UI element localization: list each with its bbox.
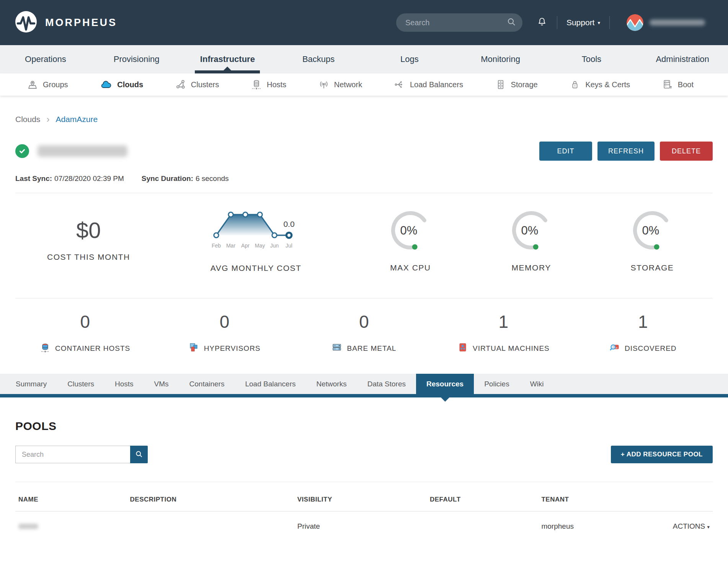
pool-name-redacted [18,524,38,529]
spark-month-label: Apr [241,243,250,249]
table-row[interactable]: Private morpheus ACTIONS ▾ [15,511,713,542]
nav-monitoring[interactable]: Monitoring [455,45,546,73]
nav-logs[interactable]: Logs [364,45,455,73]
subnav-load-balancers[interactable]: Load Balancers [394,79,463,90]
search-icon[interactable] [507,17,516,28]
pools-toolbar: + ADD RESOURCE POOL [15,446,713,463]
hypervisors-value: 0 [220,311,230,332]
spark-month-label: Mar [226,243,235,249]
tab-clusters[interactable]: Clusters [57,374,104,394]
pools-search-input[interactable] [15,446,130,463]
tab-resources[interactable]: Resources [416,374,474,394]
nav-administration[interactable]: Administration [637,45,728,73]
nav-tools[interactable]: Tools [546,45,637,73]
pool-default [427,511,539,542]
subnav-label: Keys & Certs [585,80,630,89]
column-header-actions [643,486,713,511]
storage-value: 0% [642,224,659,237]
boot-icon [662,79,673,90]
notifications-bell-icon[interactable] [536,16,548,29]
column-header-tenant[interactable]: TENANT [538,486,643,511]
clusters-icon [175,79,186,90]
column-header-visibility[interactable]: VISIBILITY [294,486,427,511]
load-balancers-icon [394,79,405,90]
breadcrumb-current[interactable]: AdamAzure [55,115,98,124]
support-menu[interactable]: Support ▾ [566,18,600,27]
main-nav: Operations Provisioning Infrastructure B… [0,45,728,73]
subnav-clouds[interactable]: Clouds [100,79,143,90]
subnav-label: Groups [43,80,68,89]
count-discovered: 1 DISCOVERED [573,311,713,355]
subnav-label: Clouds [117,80,143,89]
column-header-description[interactable]: DESCRIPTION [127,486,294,511]
subnav-label: Boot [678,80,694,89]
brand-logo[interactable]: MORPHEUS [15,11,117,34]
global-search-input[interactable] [405,18,507,27]
tab-networks[interactable]: Networks [306,374,357,394]
search-icon [135,450,143,459]
subnav-network[interactable]: Network [318,79,362,90]
spark-month-label: Jul [286,243,292,249]
counts-row: 0 CONTAINER HOSTS 0 [15,298,713,370]
row-actions-menu[interactable]: ACTIONS ▾ [673,522,710,530]
user-name-redacted[interactable] [650,20,705,26]
edit-button[interactable]: EDIT [539,142,592,161]
subnav-label: Clusters [191,80,219,89]
lock-icon [569,79,581,90]
subnav-boot[interactable]: Boot [662,79,694,90]
subnav-storage[interactable]: Storage [495,79,538,90]
subnav-label: Storage [511,80,538,89]
avg-cost-label: AVG MONTHLY COST [211,264,302,273]
memory-gauge: 0% [508,207,554,253]
spark-month-label: May [255,243,264,249]
pools-table: NAME DESCRIPTION VISIBILITY DEFAULT TENA… [15,486,713,541]
subnav-clusters[interactable]: Clusters [175,79,219,90]
cost-value: $0 [76,218,101,243]
bare-metal-value: 0 [359,311,369,332]
cost-label: COST THIS MONTH [47,252,130,262]
nav-operations[interactable]: Operations [0,45,91,73]
tab-vms[interactable]: VMs [144,374,179,394]
user-avatar[interactable] [627,14,643,31]
breadcrumb-clouds[interactable]: Clouds [15,115,40,124]
column-header-name[interactable]: NAME [15,486,127,511]
tab-containers[interactable]: Containers [179,374,235,394]
refresh-button[interactable]: REFRESH [597,142,655,161]
nav-provisioning[interactable]: Provisioning [91,45,182,73]
subnav-groups[interactable]: Groups [27,79,68,90]
bare-metal-icon [331,342,342,355]
max-cpu-value: 0% [400,224,418,237]
column-header-default[interactable]: DEFAULT [427,486,539,511]
sync-duration-label: Sync Duration: [142,174,193,182]
delete-button[interactable]: DELETE [660,142,713,161]
memory-value: 0% [521,224,539,237]
breadcrumb: Clouds › AdamAzure [15,114,713,125]
virtual-machines-icon [457,342,468,355]
pools-search-button[interactable] [130,446,148,463]
subnav-hosts[interactable]: Hosts [251,79,286,90]
tab-wiki[interactable]: Wiki [520,374,554,394]
detail-tabs: Summary Clusters Hosts VMs Containers Lo… [0,374,728,397]
nav-infrastructure[interactable]: Infrastructure [182,45,273,73]
nav-backups[interactable]: Backups [273,45,364,73]
tab-summary[interactable]: Summary [5,374,57,394]
add-resource-pool-button[interactable]: + ADD RESOURCE POOL [611,446,713,463]
tab-policies[interactable]: Policies [474,374,519,394]
stat-avg-monthly-cost: 0.0 Feb Mar Apr May Jun Jul AVG MONTHLY … [162,207,350,273]
pools-title: POOLS [15,420,713,433]
subnav-keys-certs[interactable]: Keys & Certs [569,79,630,90]
header-divider [609,16,610,29]
storage-gauge: 0% [629,207,675,253]
count-hypervisors: 0 HYPERVISORS [155,311,294,355]
tab-hosts[interactable]: Hosts [104,374,144,394]
tab-data-stores[interactable]: Data Stores [357,374,416,394]
storage-icon [495,79,506,90]
stats-row: $0 COST THIS MONTH 0.0 [15,193,713,288]
pool-description [127,511,294,542]
global-search[interactable] [396,13,522,32]
container-hosts-value: 0 [80,311,90,332]
tab-load-balancers[interactable]: Load Balancers [235,374,306,394]
bare-metal-label: BARE METAL [347,344,396,353]
count-virtual-machines: 1 VIRTUAL MACHINES [434,311,573,355]
container-hosts-icon [40,342,51,355]
